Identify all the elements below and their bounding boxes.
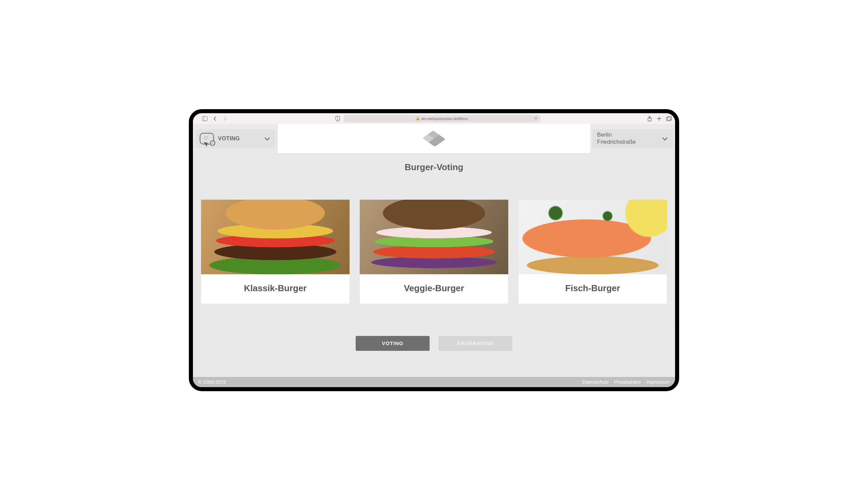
burger-image: [518, 200, 667, 274]
svg-rect-0: [202, 116, 207, 121]
footer-link-datenschutz[interactable]: Datenschutz: [583, 379, 609, 385]
footer-link-privatsphaere[interactable]: Privatsphäre: [614, 379, 641, 385]
mode-dropdown[interactable]: ♡ ✓ VOTING: [195, 129, 275, 148]
url-text: dev.webspeiseplan.de/Menu: [421, 117, 468, 121]
voting-icon: ♡ ✓: [200, 133, 214, 145]
page-header: ♡ ✓ VOTING Berlin Friedrichstraße: [193, 124, 675, 153]
location-dropdown[interactable]: Berlin Friedrichstraße: [592, 129, 673, 148]
page: ♡ ✓ VOTING Berlin Friedrichstraße: [193, 124, 675, 387]
tab-results[interactable]: ERGEBNISSE: [438, 336, 512, 351]
lock-icon: 🔒: [416, 117, 420, 120]
footer-copyright: © 2003-2023: [198, 379, 226, 385]
voting-card-label: Fisch-Burger: [518, 274, 667, 304]
burger-image: [360, 200, 508, 274]
back-icon[interactable]: [212, 116, 218, 122]
page-footer: © 2003-2023 Datenschutz · Privatsphäre ·…: [193, 377, 675, 387]
footer-sep: ·: [611, 379, 612, 385]
voting-card-fisch[interactable]: Fisch-Burger: [518, 200, 667, 304]
voting-card-veggie[interactable]: Veggie-Burger: [360, 200, 508, 304]
voting-card-label: Klassik-Burger: [201, 274, 350, 304]
new-tab-icon[interactable]: [657, 116, 662, 121]
sidebar-toggle-icon[interactable]: [202, 116, 208, 122]
location-dropdown-label: Berlin Friedrichstraße: [597, 132, 657, 145]
bottom-tabs: VOTING ERGEBNISSE: [201, 328, 667, 360]
voting-card-row: Klassik-Burger Veggie-Burger Fisch-Burge…: [201, 200, 667, 304]
share-icon[interactable]: [647, 116, 652, 121]
footer-link-impressum[interactable]: Impressum: [646, 379, 670, 385]
privacy-shield-icon[interactable]: [335, 116, 340, 121]
url-bar[interactable]: 🔒 dev.webspeiseplan.de/Menu ⟳: [343, 115, 540, 122]
browser-toolbar: 🔒 dev.webspeiseplan.de/Menu ⟳: [193, 113, 675, 124]
chevron-down-icon: [264, 136, 271, 141]
burger-image: [201, 200, 350, 274]
app-logo: [424, 129, 444, 148]
footer-sep: ·: [643, 379, 644, 385]
chevron-down-icon: [662, 136, 668, 141]
reload-icon[interactable]: ⟳: [534, 116, 538, 121]
tab-voting[interactable]: VOTING: [356, 336, 430, 351]
voting-card-klassik[interactable]: Klassik-Burger: [201, 200, 350, 304]
device-frame: 🔒 dev.webspeiseplan.de/Menu ⟳ ♡: [189, 109, 679, 391]
voting-card-label: Veggie-Burger: [360, 274, 508, 304]
mode-dropdown-label: VOTING: [218, 135, 260, 142]
tabs-overview-icon[interactable]: [666, 116, 672, 121]
main-content: Burger-Voting Klassik-Burger Veggie-Burg…: [193, 153, 675, 377]
forward-icon: [222, 116, 228, 122]
page-title: Burger-Voting: [201, 162, 667, 172]
